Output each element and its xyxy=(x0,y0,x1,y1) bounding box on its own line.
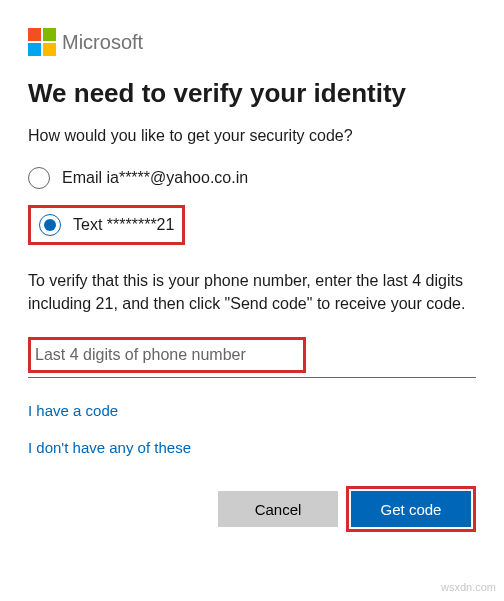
radio-email[interactable] xyxy=(28,167,50,189)
microsoft-logo-icon xyxy=(28,28,56,56)
brand-header: Microsoft xyxy=(28,28,476,56)
option-email[interactable]: Email ia*****@yahoo.co.in xyxy=(28,167,476,189)
input-underline xyxy=(28,377,476,378)
option-email-label: Email ia*****@yahoo.co.in xyxy=(62,169,248,187)
primary-button-highlight: Get code xyxy=(346,486,476,532)
brand-name: Microsoft xyxy=(62,31,143,54)
watermark: wsxdn.com xyxy=(441,581,496,593)
phone-input-highlight xyxy=(28,337,306,373)
get-code-button[interactable]: Get code xyxy=(351,491,471,527)
verify-instructions: To verify that this is your phone number… xyxy=(28,269,476,315)
option-text-label: Text ********21 xyxy=(73,216,174,234)
page-title: We need to verify your identity xyxy=(28,78,476,109)
link-have-code[interactable]: I have a code xyxy=(28,402,476,419)
radio-text[interactable] xyxy=(39,214,61,236)
option-text-highlight: Text ********21 xyxy=(28,205,185,245)
link-none-of-these[interactable]: I don't have any of these xyxy=(28,439,476,456)
button-row: Cancel Get code xyxy=(28,486,476,532)
phone-digits-input[interactable] xyxy=(35,342,299,368)
cancel-button[interactable]: Cancel xyxy=(218,491,338,527)
subtitle: How would you like to get your security … xyxy=(28,127,476,145)
